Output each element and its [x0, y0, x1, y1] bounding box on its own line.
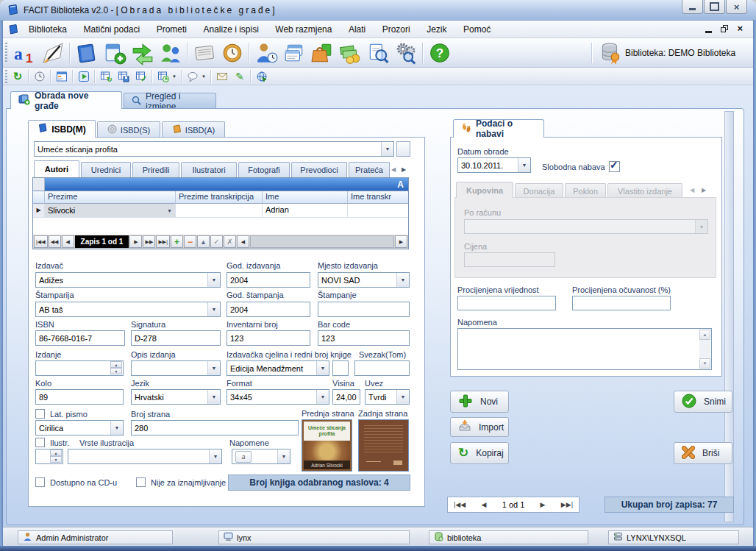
- spin-up-icon[interactable]: ▲: [110, 361, 122, 368]
- nav-prior-page-button[interactable]: ◀◀: [49, 235, 61, 248]
- cell-ime-transkripcija[interactable]: [348, 204, 408, 218]
- tab-prevodioci[interactable]: Prevodioci: [291, 162, 347, 177]
- cell-prezime[interactable]: Slivocki▼: [45, 204, 176, 218]
- tab-fotografi[interactable]: Fotografi: [238, 162, 290, 177]
- money-icon[interactable]: [337, 40, 363, 65]
- mdi-restore-button[interactable]: [721, 25, 728, 32]
- grid-col-prezime-transkripcija[interactable]: Prezime transkripcija: [176, 191, 263, 204]
- help-icon[interactable]: ?: [427, 40, 453, 65]
- tab-autori[interactable]: Autori: [34, 160, 79, 177]
- nije-za-iznajmljivanje-checkbox[interactable]: [136, 477, 146, 487]
- tab-isbd-a[interactable]: ISBD(A): [162, 121, 225, 138]
- toolbar-grip[interactable]: [5, 70, 7, 83]
- table-check-icon[interactable]: ✓: [134, 69, 149, 84]
- tab-donacija[interactable]: Donacija: [515, 183, 563, 198]
- mdi-minimize-button[interactable]: [705, 31, 712, 33]
- menu-biblioteka[interactable]: Biblioteka: [22, 21, 74, 38]
- mail-icon[interactable]: [215, 69, 229, 84]
- brisi-button[interactable]: Briši: [674, 442, 732, 464]
- jezik-combo[interactable]: Hrvatski▼: [131, 389, 221, 405]
- table-export-dropdown-icon[interactable]: ▼: [171, 69, 178, 84]
- bar-code-input[interactable]: [318, 330, 410, 346]
- back-cover-image[interactable]: [358, 419, 409, 472]
- kopiraj-button[interactable]: ↻ Kopiraj: [450, 442, 509, 464]
- hscroll-right-icon[interactable]: ▶: [395, 235, 407, 248]
- redni-broj-input[interactable]: [332, 360, 349, 376]
- close-button[interactable]: ×: [726, 0, 747, 14]
- chevron-down-icon[interactable]: ▼: [277, 449, 290, 463]
- dostupno-cd-checkbox[interactable]: [35, 477, 45, 487]
- uvez-combo[interactable]: Tvrdi▼: [365, 389, 410, 405]
- minimize-button[interactable]: [682, 0, 703, 14]
- chevron-down-icon[interactable]: ▼: [316, 390, 329, 404]
- ilustr-checkbox[interactable]: [35, 438, 45, 447]
- procijenjena-vrijednost-input[interactable]: [457, 296, 556, 310]
- chevron-down-icon[interactable]: ▼: [518, 158, 530, 172]
- novi-button[interactable]: Novi: [450, 391, 509, 413]
- comment-icon[interactable]: [185, 69, 200, 84]
- tab-scroll-left-icon[interactable]: ◀: [690, 187, 694, 193]
- mdi-close-button[interactable]: ×: [737, 24, 743, 34]
- menu-prometi[interactable]: Prometi: [150, 21, 193, 38]
- menu-web-razmjena[interactable]: Web razmjena: [268, 21, 338, 38]
- menu-jezik[interactable]: Jezik: [420, 21, 453, 38]
- tab-poklon[interactable]: Poklon: [565, 183, 606, 198]
- cell-prezime-transkripcija[interactable]: [176, 204, 263, 218]
- tab-ilustratori[interactable]: Ilustratori: [181, 162, 237, 177]
- exchange-icon[interactable]: [129, 40, 156, 65]
- front-cover-image[interactable]: Umeće sticanja profita Adrian Slivocki: [302, 419, 352, 472]
- newspaper-icon[interactable]: [191, 40, 218, 65]
- system-settings-icon[interactable]: [393, 40, 419, 65]
- chevron-down-icon[interactable]: ▼: [110, 421, 123, 435]
- tab-isbd-m[interactable]: ISBD(M): [28, 120, 96, 138]
- broj-strana-input[interactable]: [131, 420, 299, 436]
- snimi-button[interactable]: Snimi: [674, 391, 732, 413]
- nav-insert-button[interactable]: +: [171, 235, 183, 248]
- refresh-icon[interactable]: ↻: [10, 69, 25, 84]
- nav-first-button[interactable]: |◀◀: [454, 501, 466, 508]
- po-racunu-combo[interactable]: ▼: [464, 219, 708, 234]
- chevron-down-icon[interactable]: ▼: [396, 273, 409, 287]
- chevron-down-icon[interactable]: ▼: [396, 390, 409, 404]
- menu-alati[interactable]: Alati: [342, 21, 372, 38]
- nav-first-button[interactable]: |◀◀: [34, 235, 48, 248]
- chevron-down-icon[interactable]: ▼: [207, 390, 220, 404]
- spin-down-icon[interactable]: ▼: [110, 368, 122, 374]
- chevron-down-icon[interactable]: ▼: [316, 361, 329, 375]
- nav-delete-button[interactable]: −: [184, 235, 196, 248]
- cell-ime[interactable]: Adrian: [263, 204, 348, 218]
- inventarni-broj-input[interactable]: [227, 330, 310, 346]
- import-button[interactable]: Import: [450, 417, 509, 437]
- napomene-combo[interactable]: a ▼: [232, 449, 290, 464]
- tab-scroll-right-icon[interactable]: ▶: [702, 187, 706, 193]
- note-editor-icon[interactable]: a: [235, 451, 252, 463]
- hscroll-left-icon[interactable]: ◀: [237, 235, 249, 248]
- tab-isbd-s[interactable]: ISBD(S): [97, 121, 160, 138]
- nav-cancel-button[interactable]: ✗: [224, 235, 236, 248]
- scroll-down-icon[interactable]: ▼: [699, 358, 710, 369]
- tab-scroll-left-icon[interactable]: ◀: [391, 166, 396, 173]
- chevron-down-icon[interactable]: ▼: [167, 208, 172, 213]
- nav-next-button[interactable]: ▶: [541, 501, 546, 508]
- opis-izdanja-combo[interactable]: ▼: [131, 360, 221, 376]
- card-index-icon[interactable]: [281, 40, 307, 65]
- catalog-book-icon[interactable]: [74, 40, 100, 65]
- visina-input[interactable]: [332, 389, 360, 405]
- grid-col-ime-transkripcija[interactable]: Ime transkr: [348, 191, 408, 204]
- menu-prozori[interactable]: Prozori: [376, 21, 417, 38]
- spin-up-icon[interactable]: ▲: [50, 449, 62, 456]
- form-icon[interactable]: [54, 69, 69, 84]
- izdavacka-cjelina-combo[interactable]: Edicija Menadžment▼: [227, 360, 329, 376]
- run-icon[interactable]: [76, 69, 91, 84]
- tab-podaci-o-nabavi[interactable]: Podaci o nabavi: [453, 119, 544, 138]
- spin-down-icon[interactable]: ▼: [50, 456, 62, 463]
- menu-maticni-podaci[interactable]: Matični podaci: [76, 21, 146, 38]
- god-stampanja-input[interactable]: [227, 302, 310, 317]
- signature-icon[interactable]: [40, 40, 66, 65]
- chevron-down-icon[interactable]: ▼: [207, 273, 220, 287]
- stamparija-combo[interactable]: AB taš▼: [35, 302, 221, 317]
- procijenjena-ocuvanost-input[interactable]: [572, 296, 671, 310]
- nav-prior-button[interactable]: ◀: [481, 501, 486, 508]
- chevron-down-icon[interactable]: ▼: [207, 302, 220, 316]
- chevron-down-icon[interactable]: ▼: [209, 449, 221, 463]
